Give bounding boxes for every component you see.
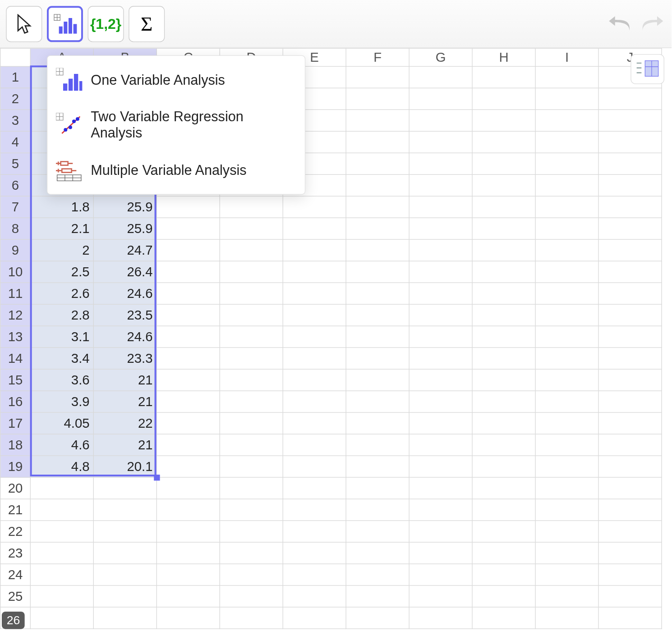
cell[interactable]	[346, 261, 409, 283]
cell[interactable]	[472, 521, 535, 542]
cell[interactable]	[156, 499, 220, 521]
cell[interactable]	[472, 585, 535, 607]
cell[interactable]	[283, 348, 346, 369]
row-header[interactable]: 20	[0, 477, 31, 499]
cell[interactable]	[598, 456, 662, 477]
cell[interactable]	[220, 304, 283, 326]
cell[interactable]: 3.4	[30, 348, 93, 369]
cell[interactable]	[598, 564, 662, 585]
cell[interactable]	[472, 326, 535, 348]
cell[interactable]	[346, 499, 409, 521]
tool-chart[interactable]	[47, 6, 83, 42]
cell[interactable]	[283, 283, 346, 304]
cell[interactable]	[283, 434, 346, 456]
cell[interactable]	[598, 326, 662, 348]
cell[interactable]	[598, 239, 662, 261]
cell[interactable]	[346, 391, 409, 412]
cell[interactable]	[220, 391, 283, 412]
cell[interactable]	[598, 585, 662, 607]
cell[interactable]	[472, 434, 535, 456]
cell[interactable]	[409, 434, 472, 456]
cell[interactable]	[220, 542, 283, 564]
cell[interactable]	[220, 326, 283, 348]
cell[interactable]	[598, 283, 662, 304]
cell[interactable]	[30, 477, 93, 499]
cell[interactable]	[220, 456, 283, 477]
cell[interactable]	[472, 348, 535, 369]
cell[interactable]	[409, 499, 472, 521]
cell[interactable]	[409, 239, 472, 261]
row-header[interactable]: 13	[0, 326, 31, 348]
cell[interactable]	[535, 412, 598, 434]
cell[interactable]	[409, 131, 472, 153]
row-header[interactable]: 6	[0, 174, 31, 196]
cell[interactable]	[220, 218, 283, 239]
cell[interactable]	[220, 283, 283, 304]
cell[interactable]	[535, 174, 598, 196]
cell[interactable]	[220, 239, 283, 261]
tool-sum[interactable]: Σ	[129, 6, 165, 42]
cell[interactable]	[535, 499, 598, 521]
cell[interactable]	[472, 391, 535, 412]
cell[interactable]	[156, 391, 220, 412]
cell[interactable]	[535, 153, 598, 174]
cell[interactable]	[472, 196, 535, 218]
cell[interactable]	[346, 174, 409, 196]
row-header[interactable]: 7	[0, 196, 31, 218]
cell[interactable]	[156, 304, 220, 326]
row-header[interactable]: 18	[0, 434, 31, 456]
cell[interactable]	[409, 585, 472, 607]
cell[interactable]	[156, 348, 220, 369]
cell[interactable]	[598, 369, 662, 391]
cell[interactable]: 24.7	[93, 239, 156, 261]
cell[interactable]	[598, 218, 662, 239]
row-header[interactable]: 15	[0, 369, 31, 391]
cell[interactable]	[93, 477, 156, 499]
cell[interactable]	[156, 326, 220, 348]
cell[interactable]	[346, 456, 409, 477]
cell[interactable]	[472, 261, 535, 283]
cell[interactable]	[283, 585, 346, 607]
cell[interactable]	[346, 153, 409, 174]
cell[interactable]	[598, 131, 662, 153]
cell[interactable]	[598, 521, 662, 542]
cell[interactable]	[346, 131, 409, 153]
cell[interactable]	[30, 585, 93, 607]
row-header[interactable]: 11	[0, 283, 31, 304]
cell[interactable]	[220, 261, 283, 283]
cell[interactable]	[346, 369, 409, 391]
cell[interactable]: 23.5	[93, 304, 156, 326]
cell[interactable]	[156, 521, 220, 542]
cell[interactable]	[283, 304, 346, 326]
cell[interactable]	[220, 477, 283, 499]
cell[interactable]	[30, 499, 93, 521]
cell[interactable]	[535, 456, 598, 477]
cell[interactable]	[220, 499, 283, 521]
cell[interactable]	[93, 499, 156, 521]
cell[interactable]	[472, 239, 535, 261]
cell[interactable]	[346, 110, 409, 131]
cell[interactable]: 21	[93, 391, 156, 412]
cell[interactable]	[472, 131, 535, 153]
cell[interactable]	[409, 326, 472, 348]
cell[interactable]	[346, 521, 409, 542]
cell[interactable]	[598, 304, 662, 326]
cell[interactable]	[220, 434, 283, 456]
cell[interactable]	[156, 564, 220, 585]
cell[interactable]	[472, 607, 535, 629]
row-header[interactable]: 21	[0, 499, 31, 521]
cell[interactable]	[472, 218, 535, 239]
cell[interactable]	[283, 412, 346, 434]
cell[interactable]: 4.8	[30, 456, 93, 477]
row-header[interactable]: 5	[0, 153, 31, 174]
row-header[interactable]: 17	[0, 412, 31, 434]
cell[interactable]	[93, 607, 156, 629]
column-header-I[interactable]: I	[535, 48, 598, 66]
cell[interactable]	[220, 585, 283, 607]
cell[interactable]	[472, 542, 535, 564]
cell[interactable]	[283, 369, 346, 391]
cell[interactable]	[535, 261, 598, 283]
row-header[interactable]: 22	[0, 521, 31, 542]
cell[interactable]: 4.6	[30, 434, 93, 456]
cell[interactable]	[535, 391, 598, 412]
